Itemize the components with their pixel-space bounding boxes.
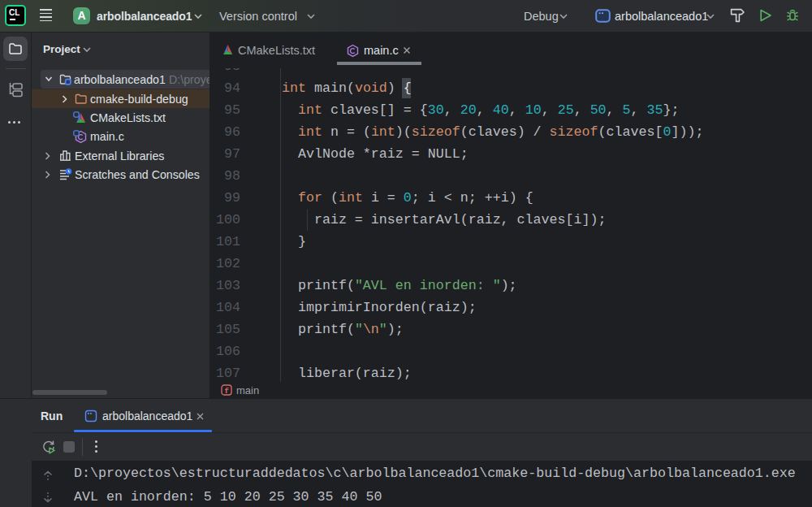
svg-text:f: f [224, 387, 229, 396]
